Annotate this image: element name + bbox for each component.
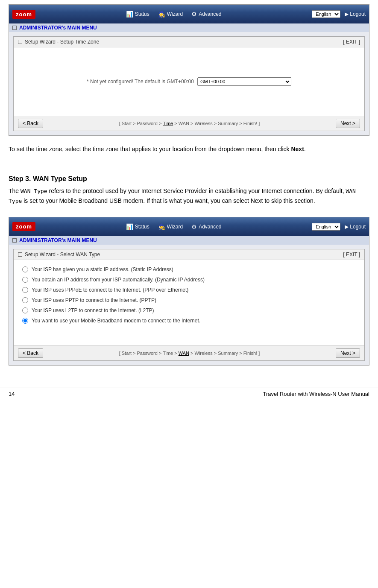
back-btn-2[interactable]: < Back <box>18 348 43 358</box>
router-logo-1: zoom <box>12 10 35 19</box>
wizard-footer-2: < Back [ Start > Password > Time > WAN >… <box>14 345 364 360</box>
router-content-1: Setup Wizard - Setup Time Zone [ EXIT ] … <box>9 32 369 135</box>
radio-input-3[interactable] <box>22 297 28 303</box>
next-btn-2[interactable]: Next > <box>336 348 360 358</box>
wizard-header-1: Setup Wizard - Setup Time Zone [ EXIT ] <box>14 37 364 47</box>
router-menubar-1: ADMINISTRATOR's MAIN MENU <box>9 23 369 32</box>
wizard-header-icon-2 <box>18 252 22 257</box>
router-logo-2: zoom <box>12 222 35 231</box>
router-nav-1: 📊 Status 🧙 Wizard ⚙ Advanced <box>35 11 312 18</box>
timezone-select-row: * Not yet configured! The default is GMT… <box>87 77 291 86</box>
main-menu-link-2[interactable]: ADMINISTRATOR's MAIN MENU <box>19 237 97 243</box>
wizard-exit-2[interactable]: [ EXIT ] <box>343 252 360 257</box>
timezone-description: To set the time zone, select the time zo… <box>0 140 378 167</box>
radio-option-2: Your ISP uses PPPoE to connect to the In… <box>22 287 356 293</box>
status-icon: 📊 <box>126 11 133 18</box>
radio-input-5[interactable] <box>22 318 28 324</box>
main-menu-link-1[interactable]: ADMINISTRATOR's MAIN MENU <box>19 25 97 31</box>
timezone-desc-para: To set the time zone, select the time zo… <box>9 144 369 154</box>
advanced-icon: ⚙ <box>191 11 197 18</box>
nav-wizard-1[interactable]: 🧙 Wizard <box>158 11 183 18</box>
wizard-title-text-2: Setup Wizard - Select WAN Type <box>25 252 100 257</box>
wizard-exit-1[interactable]: [ EXIT ] <box>343 39 360 45</box>
timezone-note-label: * Not yet configured! The default is GMT… <box>87 79 194 85</box>
router-menubar-2: ADMINISTRATOR's MAIN MENU <box>9 236 369 245</box>
wan-desc-para: The WAN Type refers to the protocol used… <box>9 186 369 206</box>
router-lang-logout-1: English ▶ Logout <box>312 10 366 18</box>
logout-btn-2[interactable]: ▶ Logout <box>345 224 366 230</box>
breadcrumb-2: [ Start > Password > Time > WAN > Wirele… <box>119 351 260 356</box>
timezone-dropdown[interactable]: GMT+00:00 <box>197 77 291 86</box>
wizard-title-row-1: Setup Wizard - Setup Time Zone <box>18 39 99 45</box>
wan-section-heading: Step 3. WAN Type Setup <box>9 175 369 183</box>
menu-icon-small-2 <box>12 238 17 243</box>
nav-advanced-2[interactable]: ⚙ Advanced <box>191 223 221 230</box>
radio-input-2[interactable] <box>22 287 28 293</box>
radio-option-3: Your ISP uses PPTP to connect to the Int… <box>22 297 356 303</box>
back-btn-1[interactable]: < Back <box>18 119 43 128</box>
breadcrumb-1: [ Start > Password > Time > WAN > Wirele… <box>119 121 260 126</box>
wizard-header-2: Setup Wizard - Select WAN Type [ EXIT ] <box>14 249 364 260</box>
wizard-header-icon <box>18 40 22 44</box>
wizard-icon-2: 🧙 <box>158 223 165 230</box>
language-select-1[interactable]: English <box>312 10 340 18</box>
wizard-box-2: Setup Wizard - Select WAN Type [ EXIT ] … <box>13 249 365 361</box>
wan-wizard-body: Your ISP has given you a static IP addre… <box>14 260 364 345</box>
radio-option-4: Your ISP uses L2TP to connect to the Int… <box>22 307 356 313</box>
footer-title: Travel Router with Wireless-N User Manua… <box>263 391 369 397</box>
wizard-title-row-2: Setup Wizard - Select WAN Type <box>18 252 100 257</box>
zoom-logo-2: zoom <box>12 222 35 231</box>
wan-section: Step 3. WAN Type Setup The WAN Type refe… <box>0 167 378 217</box>
router-nav-2: 📊 Status 🧙 Wizard ⚙ Advanced <box>35 223 312 230</box>
page-footer: 14 Travel Router with Wireless-N User Ma… <box>0 387 378 401</box>
page-number: 14 <box>9 391 15 397</box>
router-topbar-2: zoom 📊 Status 🧙 Wizard ⚙ Advanced Englis… <box>9 217 369 236</box>
nav-wizard-2[interactable]: 🧙 Wizard <box>158 223 183 230</box>
radio-option-1: You obtain an IP address from your ISP a… <box>22 277 356 283</box>
wizard-icon: 🧙 <box>158 11 165 18</box>
next-btn-1[interactable]: Next > <box>336 119 360 128</box>
radio-input-1[interactable] <box>22 277 28 283</box>
language-select-2[interactable]: English <box>312 223 340 231</box>
router-frame-1: zoom 📊 Status 🧙 Wizard ⚙ Advanced Englis… <box>9 4 369 136</box>
nav-status-1[interactable]: 📊 Status <box>126 11 149 18</box>
logout-btn-1[interactable]: ▶ Logout <box>345 11 366 17</box>
radio-input-4[interactable] <box>22 307 28 313</box>
wizard-footer-1: < Back [ Start > Password > Time > WAN >… <box>14 116 364 131</box>
zoom-logo: zoom <box>12 10 35 19</box>
wizard-title-text-1: Setup Wizard - Setup Time Zone <box>25 39 99 45</box>
radio-input-0[interactable] <box>22 266 28 272</box>
wizard-body-1: * Not yet configured! The default is GMT… <box>14 47 364 116</box>
status-icon-2: 📊 <box>126 223 133 230</box>
wizard-box-1: Setup Wizard - Setup Time Zone [ EXIT ] … <box>13 36 365 131</box>
advanced-icon-2: ⚙ <box>191 223 197 230</box>
nav-status-2[interactable]: 📊 Status <box>126 223 149 230</box>
router-frame-2: zoom 📊 Status 🧙 Wizard ⚙ Advanced Englis… <box>9 217 369 366</box>
radio-option-0: Your ISP has given you a static IP addre… <box>22 266 356 272</box>
radio-option-5: You want to use your Mobile Broadband mo… <box>22 318 356 324</box>
router-topbar-1: zoom 📊 Status 🧙 Wizard ⚙ Advanced Englis… <box>9 5 369 23</box>
router-lang-logout-2: English ▶ Logout <box>312 223 366 231</box>
menu-icon-small <box>12 26 17 30</box>
nav-advanced-1[interactable]: ⚙ Advanced <box>191 11 221 18</box>
router-content-2: Setup Wizard - Select WAN Type [ EXIT ] … <box>9 245 369 365</box>
